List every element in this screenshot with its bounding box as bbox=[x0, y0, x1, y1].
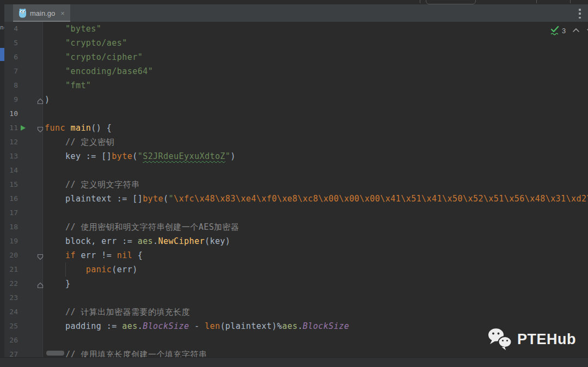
toolbar-separator bbox=[420, 0, 420, 3]
toolbar-separator bbox=[570, 0, 571, 3]
toolbar-sliver bbox=[4, 0, 588, 4]
code-line[interactable]: 13 key := []byte("S2JRdeuEyxuXdtoZ") bbox=[4, 149, 588, 163]
code-text: // 使用密钥和明文字符串创建一个AES加密器 bbox=[45, 220, 239, 234]
code-text: } bbox=[45, 277, 70, 291]
line-number: 21 bbox=[4, 262, 18, 277]
line-number: 26 bbox=[4, 333, 18, 347]
fold-start-icon[interactable] bbox=[37, 252, 44, 259]
code-text: block, err := aes.NewCipher(key) bbox=[45, 234, 230, 248]
typo-inspection-icon[interactable] bbox=[550, 25, 560, 36]
line-number: 22 bbox=[4, 277, 18, 291]
line-number: 14 bbox=[4, 163, 18, 178]
line-number: 25 bbox=[4, 319, 18, 333]
code-line[interactable]: 17 bbox=[4, 206, 588, 220]
inspection-count: 3 bbox=[562, 27, 566, 35]
tab-main-go[interactable]: main.go × bbox=[13, 4, 70, 22]
watermark: PTEHub bbox=[488, 328, 576, 351]
cropped-text-fragment: nc bbox=[0, 24, 4, 31]
code-text: "encoding/base64" bbox=[45, 64, 153, 78]
ide-window: nc main.go × 4 bbox=[0, 0, 588, 367]
code-line[interactable]: 8 "fmt" bbox=[4, 78, 588, 93]
code-line[interactable]: 7 "encoding/base64" bbox=[4, 64, 588, 78]
code-text: "crypto/aes" bbox=[45, 36, 127, 50]
code-text: "bytes" bbox=[45, 22, 101, 36]
line-number: 5 bbox=[4, 36, 18, 50]
code-text: // 定义密钥 bbox=[45, 135, 114, 149]
code-text: // 定义明文字符串 bbox=[45, 178, 140, 192]
code-text: func main() { bbox=[45, 121, 112, 135]
code-line[interactable]: 14 bbox=[4, 163, 588, 178]
line-number: 10 bbox=[4, 107, 18, 121]
line-number: 8 bbox=[4, 78, 18, 93]
code-text: // 使用填充长度创建一个填充字符串 bbox=[45, 347, 207, 357]
code-line[interactable]: 22 } bbox=[4, 277, 588, 291]
fold-end-icon[interactable] bbox=[37, 280, 44, 287]
fold-end-icon[interactable] bbox=[37, 96, 44, 103]
line-number: 24 bbox=[4, 305, 18, 319]
code-line[interactable]: 4 "bytes" bbox=[4, 22, 588, 36]
line-number: 20 bbox=[4, 248, 18, 262]
tab-close-icon[interactable]: × bbox=[60, 9, 65, 17]
code-line[interactable]: 18 // 使用密钥和明文字符串创建一个AES加密器 bbox=[4, 220, 588, 234]
toolbar-separator bbox=[536, 0, 537, 3]
line-number: 27 bbox=[4, 347, 18, 357]
code-line[interactable]: 23 bbox=[4, 291, 588, 305]
code-line[interactable]: 12 // 定义密钥 bbox=[4, 135, 588, 149]
code-line[interactable]: 19 block, err := aes.NewCipher(key) bbox=[4, 234, 588, 248]
tab-title: main.go bbox=[30, 9, 55, 17]
wechat-logo-icon bbox=[488, 328, 513, 351]
inspections-widget[interactable]: 3 bbox=[550, 25, 588, 36]
editor-tab-bar: main.go × bbox=[4, 4, 588, 22]
code-line[interactable]: 24 // 计算出加密器需要的填充长度 bbox=[4, 305, 588, 319]
code-line[interactable]: 20 if err != nil { bbox=[4, 248, 588, 262]
code-text: ) bbox=[45, 93, 50, 107]
code-line[interactable]: 5 "crypto/aes" bbox=[4, 36, 588, 50]
code-line[interactable]: 6 "crypto/cipher" bbox=[4, 50, 588, 64]
left-cropped-strip: nc bbox=[0, 0, 4, 367]
go-gopher-icon bbox=[19, 8, 27, 18]
blue-stripe-marker bbox=[0, 48, 4, 61]
line-number: 6 bbox=[4, 50, 18, 64]
code-text: if err != nil { bbox=[45, 248, 143, 262]
line-number: 16 bbox=[4, 192, 18, 206]
code-line[interactable]: 16 plaintext := []byte("\xfc\x48\x83\xe4… bbox=[4, 192, 588, 206]
chevron-up-icon[interactable] bbox=[572, 27, 580, 34]
code-text: panic(err) bbox=[45, 262, 138, 277]
tab-options-menu-icon[interactable] bbox=[578, 9, 581, 19]
run-configuration-control[interactable] bbox=[426, 0, 476, 4]
run-main-icon[interactable] bbox=[21, 125, 26, 131]
fold-start-icon[interactable] bbox=[37, 125, 44, 131]
watermark-text: PTEHub bbox=[517, 331, 576, 348]
line-number: 18 bbox=[4, 220, 18, 234]
code-text: // 计算出加密器需要的填充长度 bbox=[45, 305, 190, 319]
line-number: 7 bbox=[4, 64, 18, 78]
horizontal-scrollbar-thumb[interactable] bbox=[46, 351, 64, 356]
bottom-bar bbox=[0, 357, 588, 367]
line-number: 12 bbox=[4, 135, 18, 149]
code-text: plaintext := []byte("\xfc\x48\x83\xe4\xf… bbox=[45, 192, 588, 206]
code-text: "fmt" bbox=[45, 78, 91, 93]
line-number: 11 bbox=[4, 121, 18, 135]
line-number: 13 bbox=[4, 149, 18, 163]
code-editor[interactable]: 4 "bytes"5 "crypto/aes"6 "crypto/cipher"… bbox=[4, 22, 588, 357]
code-line[interactable]: 9) bbox=[4, 93, 588, 107]
code-line[interactable]: 11func main() { bbox=[4, 121, 588, 135]
code-rows: 4 "bytes"5 "crypto/aes"6 "crypto/cipher"… bbox=[4, 22, 588, 357]
code-text: padding := aes.BlockSize - len(plaintext… bbox=[45, 319, 349, 333]
line-number: 9 bbox=[4, 93, 18, 107]
code-line[interactable]: 21 panic(err) bbox=[4, 262, 588, 277]
code-text: key := []byte("S2JRdeuEyxuXdtoZ") bbox=[45, 149, 236, 163]
code-text: "crypto/cipher" bbox=[45, 50, 143, 64]
line-number: 23 bbox=[4, 291, 18, 305]
code-line[interactable]: 15 // 定义明文字符串 bbox=[4, 178, 588, 192]
line-number: 4 bbox=[4, 22, 18, 36]
code-line[interactable]: 10 bbox=[4, 107, 588, 121]
line-number: 15 bbox=[4, 178, 18, 192]
line-number: 17 bbox=[4, 206, 18, 220]
line-number: 19 bbox=[4, 234, 18, 248]
